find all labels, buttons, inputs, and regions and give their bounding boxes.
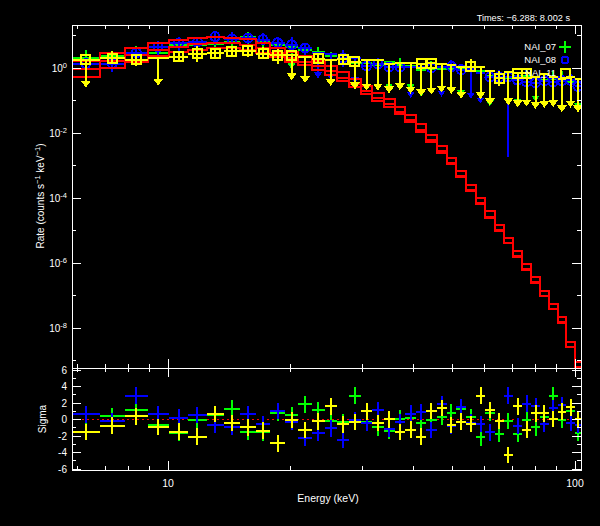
svg-text:Times: −6.288: 8.002 s: Times: −6.288: 8.002 s [477, 13, 571, 23]
svg-text:NAI_07: NAI_07 [524, 41, 556, 52]
svg-text:Sigma: Sigma [37, 404, 48, 433]
svg-text:10: 10 [162, 477, 174, 489]
svg-text:0: 0 [61, 414, 67, 425]
svg-text:-6: -6 [58, 464, 67, 475]
svg-text:Energy (keV): Energy (keV) [297, 492, 358, 504]
svg-text:4: 4 [61, 381, 67, 392]
svg-text:-4: -4 [58, 447, 67, 458]
svg-text:100: 100 [566, 477, 584, 489]
svg-text:-2: -2 [58, 431, 67, 442]
svg-text:NAI_11: NAI_11 [525, 67, 556, 78]
svg-text:2: 2 [61, 398, 67, 409]
svg-text:6: 6 [61, 365, 67, 376]
svg-text:Rate (counts s−1 keV−1): Rate (counts s−1 keV−1) [33, 144, 46, 249]
svg-text:NAI_08: NAI_08 [524, 54, 556, 65]
